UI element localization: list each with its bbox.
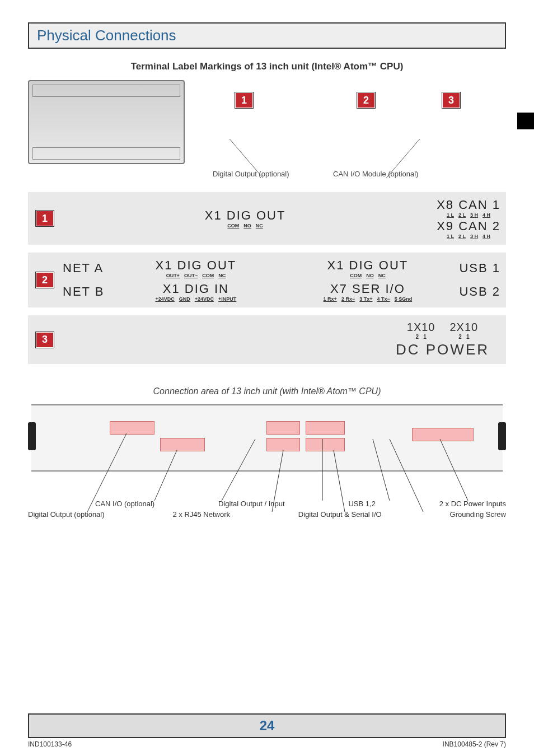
bottom-labels-row2: Digital Output (optional) 2 x RJ45 Netwo… bbox=[28, 510, 506, 519]
term-x1-dig-in: X1 DIG IN +24VDCGND+24VDC+INPUT bbox=[115, 282, 276, 302]
lbl-usb: USB 1,2 bbox=[348, 500, 375, 508]
svg-line-4 bbox=[222, 439, 255, 501]
callout-3: 3 bbox=[442, 92, 460, 108]
dc-power-label: DC POWER bbox=[396, 341, 489, 358]
section-title: Physical Connections bbox=[37, 27, 176, 44]
term-usb2: USB 2 bbox=[459, 284, 500, 299]
pins: COMNONC bbox=[225, 223, 265, 228]
term-net-b: NET B bbox=[63, 284, 104, 299]
term-x9-can2: X9 CAN 2 1 L2 L3 H4 H bbox=[437, 219, 500, 239]
overview-diagram: 1 2 3 Digital Output (optional) CAN I/O … bbox=[28, 80, 506, 192]
label-digital-output: Digital Output (optional) bbox=[213, 170, 289, 178]
term-x1-dig-out-b: X1 DIG OUT COMNONC bbox=[287, 258, 448, 278]
lbl-dio: Digital Output / Input bbox=[218, 500, 285, 508]
hl-ser-2 bbox=[306, 438, 345, 451]
doc-id-left: IND100133-46 bbox=[28, 740, 72, 748]
term-x1-dig-out-a: X1 DIG OUT OUT+OUT−COMNC bbox=[115, 258, 276, 278]
lbl-ser-io: Digital Output & Serial I/O bbox=[298, 510, 382, 519]
lbl-dig-out-opt: Digital Output (optional) bbox=[28, 510, 105, 519]
hl-power bbox=[412, 428, 474, 441]
label-strip bbox=[517, 113, 534, 129]
lbl-ground: Grounding Screw bbox=[450, 510, 506, 519]
svg-line-3 bbox=[154, 450, 177, 501]
callout-2: 2 bbox=[357, 92, 375, 108]
hl-dig-out bbox=[110, 421, 154, 435]
lbl-rj45: 2 x RJ45 Network bbox=[172, 510, 230, 519]
hl-dio-2 bbox=[266, 438, 300, 451]
term-x8-can1: X8 CAN 1 1 L2 L3 H4 H bbox=[437, 198, 500, 218]
lbl-dc-power: 2 x DC Power Inputs bbox=[439, 500, 506, 508]
row3-num: 3 bbox=[36, 332, 54, 348]
term-2x10: 2X10 2 1 bbox=[450, 321, 479, 340]
callout-1: 1 bbox=[235, 92, 253, 108]
term-1x10: 1X10 2 1 bbox=[407, 321, 435, 340]
subtitle: Terminal Label Markings of 13 inch unit … bbox=[28, 61, 506, 72]
bottom-labels-row1: CAN I/O (optional) Digital Output / Inpu… bbox=[28, 500, 506, 508]
page-footer: 24 IND100133-46 INB100485-2 (Rev 7) bbox=[28, 713, 506, 748]
page-number: 24 bbox=[28, 713, 506, 738]
row2-num: 2 bbox=[36, 272, 54, 288]
row1-num: 1 bbox=[36, 211, 54, 226]
svg-line-8 bbox=[373, 439, 390, 501]
term-net-a: NET A bbox=[63, 261, 104, 276]
label-can-io: CAN I/O Module (optional) bbox=[333, 170, 418, 178]
hl-can-io bbox=[160, 438, 205, 451]
term-usb1: USB 1 bbox=[459, 261, 500, 276]
mount-bracket-right bbox=[498, 422, 506, 450]
term-x7-ser-io: X7 SER I/O 1 Rx+2 Rx−3 Tx+4 Tx−5 SGnd bbox=[287, 282, 448, 302]
detail-row-2: 2 NET A X1 DIG OUT OUT+OUT−COMNC X1 DIG … bbox=[28, 253, 506, 307]
svg-line-10 bbox=[440, 439, 468, 501]
mount-bracket-left bbox=[28, 422, 36, 450]
detail-row-3: 3 1X10 2 1 2X10 2 1 DC POWER bbox=[28, 315, 506, 364]
hl-dio-1 bbox=[266, 421, 300, 435]
doc-id-right: INB100485-2 (Rev 7) bbox=[443, 740, 506, 748]
device-outline bbox=[28, 80, 185, 164]
section-header: Physical Connections bbox=[28, 22, 506, 49]
hl-ser-1 bbox=[306, 421, 345, 435]
connection-caption: Connection area of 13 inch unit (with In… bbox=[28, 386, 506, 396]
term-x1-dig-out: X1 DIG OUT COMNONC bbox=[205, 208, 286, 228]
detail-row-1: 1 X1 DIG OUT COMNONC X8 CAN 1 1 L2 L3 H4… bbox=[28, 192, 506, 245]
connection-diagram bbox=[31, 404, 503, 472]
lbl-can-io: CAN I/O (optional) bbox=[95, 500, 154, 508]
